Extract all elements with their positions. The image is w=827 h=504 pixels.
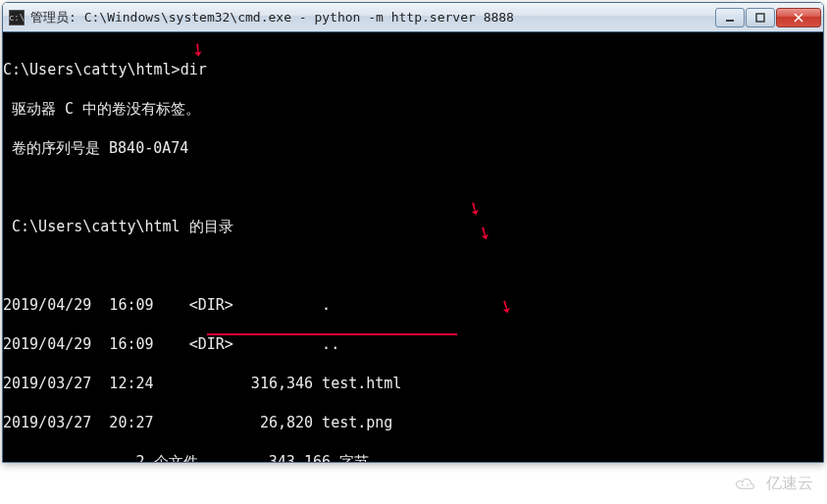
terminal-line (3, 177, 823, 197)
terminal-line: 2019/03/27 12:24 316,346 test.html (3, 374, 823, 393)
terminal-line: 2 个文件 343,166 字节 (3, 452, 823, 463)
terminal-line: 驱动器 C 中的卷没有标签。 (3, 99, 823, 119)
svg-point-2 (742, 483, 744, 485)
watermark-cloud-icon (733, 477, 760, 492)
terminal-area[interactable]: C:\Users\catty\html>dir 驱动器 C 中的卷没有标签。 卷… (3, 32, 823, 462)
minimize-button[interactable] (715, 8, 745, 27)
close-button[interactable] (776, 8, 821, 27)
terminal-line: 2019/03/27 20:27 26,820 test.png (3, 413, 823, 432)
terminal-line: 卷的序列号是 B840-0A74 (3, 138, 823, 158)
terminal-line (3, 256, 823, 276)
svg-rect-1 (756, 14, 764, 22)
terminal-line: C:\Users\catty\html>dir (3, 60, 823, 79)
prompt-path: C:\Users\catty\html> (3, 61, 181, 78)
svg-point-3 (748, 483, 749, 485)
terminal-line: 2019/04/29 16:09 <DIR> . (3, 295, 823, 315)
terminal-line: C:\Users\catty\html 的目录 (3, 217, 823, 236)
window-controls (715, 8, 821, 27)
maximize-button[interactable] (746, 8, 775, 27)
cmd-icon: c:\ (9, 10, 25, 25)
watermark-text: 亿速云 (766, 474, 813, 494)
svg-rect-0 (726, 20, 734, 22)
command-text: dir (181, 61, 207, 78)
terminal-line: 2019/04/29 16:09 <DIR> .. (3, 334, 823, 354)
cmd-window: c:\ 管理员: C:\Windows\system32\cmd.exe - p… (2, 2, 824, 463)
titlebar[interactable]: c:\ 管理员: C:\Windows\system32\cmd.exe - p… (3, 3, 823, 32)
window-title: 管理员: C:\Windows\system32\cmd.exe - pytho… (30, 9, 715, 26)
watermark: 亿速云 (733, 474, 813, 494)
